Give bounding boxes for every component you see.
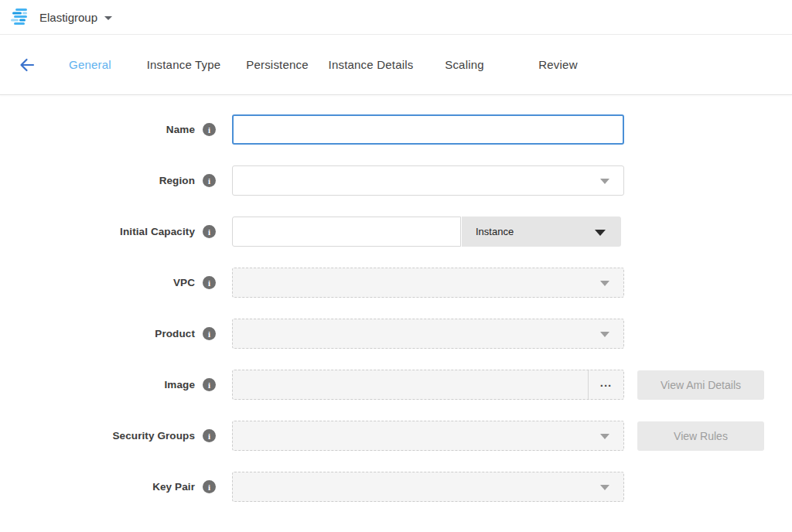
product-label: Product: [155, 328, 195, 339]
product-row: Product i: [0, 319, 792, 349]
vpc-label: VPC: [173, 277, 195, 288]
name-label: Name: [166, 124, 195, 135]
info-icon[interactable]: i: [203, 225, 216, 238]
info-icon[interactable]: i: [203, 429, 216, 442]
app-switcher-caret-icon[interactable]: [104, 16, 112, 20]
tab-instance-details[interactable]: Instance Details: [324, 53, 418, 76]
dropdown-caret-icon: [600, 332, 609, 337]
back-button[interactable]: [17, 55, 37, 75]
info-icon[interactable]: i: [203, 123, 216, 136]
browse-image-button[interactable]: ...: [588, 370, 623, 399]
info-icon[interactable]: i: [203, 174, 216, 187]
tab-review[interactable]: Review: [511, 53, 605, 76]
back-arrow-icon: [18, 56, 36, 74]
dropdown-caret-icon: [600, 179, 609, 184]
view-ami-details-button[interactable]: View Ami Details: [637, 370, 764, 400]
initial-capacity-row: Initial Capacity i Instance: [0, 217, 792, 247]
wizard-tabs: General Instance Type Persistence Instan…: [43, 53, 605, 76]
initial-capacity-label: Initial Capacity: [120, 226, 195, 237]
info-icon[interactable]: i: [203, 276, 216, 289]
app-name[interactable]: Elastigroup: [39, 11, 97, 24]
dropdown-caret-icon: [600, 485, 609, 490]
capacity-unit-value: Instance: [476, 226, 514, 237]
name-row: Name i: [0, 114, 792, 145]
region-label: Region: [159, 175, 195, 186]
view-rules-button[interactable]: View Rules: [637, 421, 764, 451]
tab-scaling[interactable]: Scaling: [418, 53, 511, 76]
security-groups-label: Security Groups: [112, 430, 195, 442]
general-settings-form: Name i Region i Initial Capacity i Insta…: [0, 95, 792, 502]
elastigroup-logo-icon[interactable]: [11, 8, 31, 26]
image-value: [233, 370, 588, 399]
tab-instance-type[interactable]: Instance Type: [137, 53, 230, 76]
wizard-tab-bar: General Instance Type Persistence Instan…: [0, 35, 792, 95]
region-select[interactable]: [232, 165, 624, 196]
image-label: Image: [164, 379, 195, 390]
vpc-select: [232, 268, 624, 298]
name-input[interactable]: [232, 114, 624, 145]
tab-persistence[interactable]: Persistence: [230, 53, 324, 76]
key-pair-select: [232, 472, 624, 502]
capacity-unit-select[interactable]: Instance: [462, 217, 621, 247]
key-pair-label: Key Pair: [152, 481, 195, 493]
image-row: Image i ... View Ami Details: [0, 370, 792, 400]
initial-capacity-input[interactable]: [232, 217, 461, 247]
product-select: [232, 319, 624, 349]
key-pair-row: Key Pair i: [0, 472, 792, 502]
info-icon[interactable]: i: [203, 327, 216, 340]
region-row: Region i: [0, 165, 792, 196]
dropdown-caret-icon: [595, 230, 606, 236]
top-bar: Elastigroup: [0, 0, 792, 35]
security-groups-row: Security Groups i View Rules: [0, 421, 792, 451]
dropdown-caret-icon: [600, 281, 609, 286]
image-input: ...: [232, 370, 624, 400]
ellipsis-icon: ...: [600, 379, 613, 387]
vpc-row: VPC i: [0, 268, 792, 298]
info-icon[interactable]: i: [203, 480, 216, 493]
dropdown-caret-icon: [600, 434, 609, 439]
security-groups-select: [232, 421, 624, 451]
tab-general[interactable]: General: [43, 53, 137, 76]
info-icon[interactable]: i: [203, 378, 216, 391]
